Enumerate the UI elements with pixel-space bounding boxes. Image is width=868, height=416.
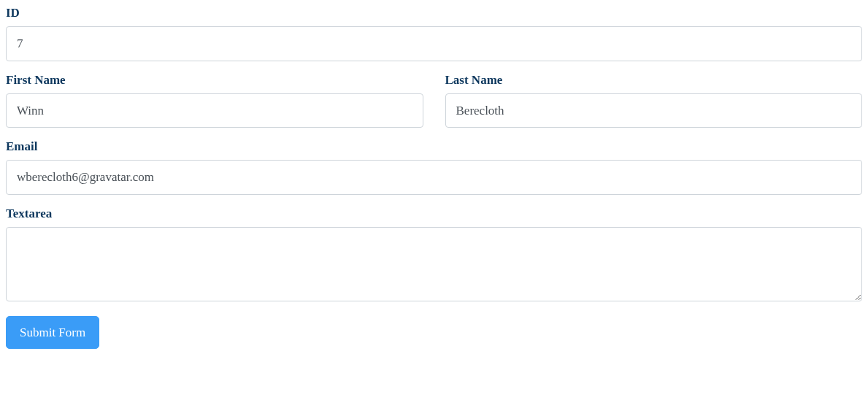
user-form: ID First Name Last Name Email Textarea S…	[6, 6, 862, 349]
last-name-label: Last Name	[445, 73, 863, 88]
last-name-input[interactable]	[445, 93, 863, 128]
id-input[interactable]	[6, 26, 862, 61]
textarea-label: Textarea	[6, 207, 862, 221]
id-label: ID	[6, 6, 862, 20]
first-name-input[interactable]	[6, 93, 423, 128]
email-input[interactable]	[6, 160, 862, 195]
email-group: Email	[6, 139, 862, 195]
last-name-group: Last Name	[445, 73, 863, 128]
email-label: Email	[6, 139, 862, 154]
id-group: ID	[6, 6, 862, 61]
first-name-label: First Name	[6, 73, 423, 88]
first-name-group: First Name	[6, 73, 423, 128]
textarea-input[interactable]	[6, 227, 862, 301]
textarea-group: Textarea	[6, 207, 862, 304]
submit-button[interactable]: Submit Form	[6, 316, 99, 350]
name-row: First Name Last Name	[6, 73, 862, 128]
